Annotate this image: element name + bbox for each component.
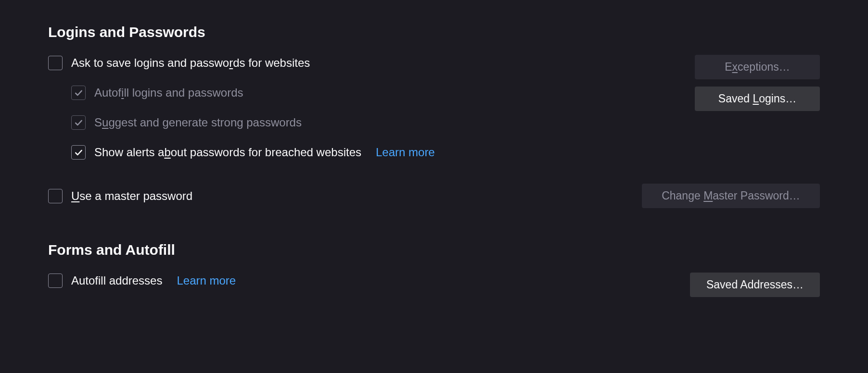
- logins-top-block: Ask to save logins and passwords for web…: [48, 55, 820, 174]
- option-breach-alerts: Show alerts about passwords for breached…: [48, 144, 695, 161]
- option-ask-save: Ask to save logins and passwords for web…: [48, 55, 695, 71]
- option-master-password: Use a master password: [48, 188, 192, 204]
- link-learn-more-breach[interactable]: Learn more: [376, 146, 435, 159]
- label-ask-save: Ask to save logins and passwords for web…: [71, 56, 310, 70]
- section-logins-passwords: Logins and Passwords Ask to save logins …: [48, 24, 820, 208]
- forms-top-block: Autofill addresses Learn more Saved Addr…: [48, 273, 820, 297]
- option-autofill-addresses: Autofill addresses Learn more: [48, 273, 236, 289]
- logins-heading: Logins and Passwords: [48, 24, 820, 40]
- checkbox-autofill-addresses[interactable]: [48, 274, 63, 288]
- saved-logins-button[interactable]: Saved Logins…: [695, 87, 820, 111]
- link-learn-more-autofill[interactable]: Learn more: [177, 274, 236, 287]
- forms-heading: Forms and Autofill: [48, 242, 820, 258]
- logins-buttons-col: Exceptions… Saved Logins…: [695, 55, 820, 111]
- checkbox-breach-alerts[interactable]: [71, 145, 86, 160]
- label-breach-alerts: Show alerts about passwords for breached…: [94, 146, 361, 159]
- checkbox-ask-save[interactable]: [48, 56, 63, 70]
- exceptions-button: Exceptions…: [695, 55, 820, 79]
- label-master-password: Use a master password: [71, 189, 192, 203]
- label-suggest-passwords: Suggest and generate strong passwords: [94, 116, 302, 129]
- checkbox-master-password[interactable]: [48, 189, 63, 203]
- label-autofill-logins: Autofill logins and passwords: [94, 86, 243, 99]
- option-master-password-row: Use a master password Change Master Pass…: [48, 184, 820, 208]
- label-autofill-addresses: Autofill addresses: [71, 274, 162, 287]
- check-icon: [74, 148, 83, 157]
- change-master-password-button: Change Master Password…: [642, 184, 820, 208]
- checkbox-autofill-logins: [71, 86, 86, 100]
- logins-left-col: Ask to save logins and passwords for web…: [48, 55, 695, 174]
- checkbox-suggest-passwords: [71, 115, 86, 130]
- section-forms-autofill: Forms and Autofill Autofill addresses Le…: [48, 242, 820, 297]
- check-icon: [74, 88, 83, 98]
- option-autofill-logins: Autofill logins and passwords: [48, 85, 695, 101]
- saved-addresses-button[interactable]: Saved Addresses…: [690, 273, 820, 297]
- check-icon: [74, 118, 83, 127]
- option-suggest-passwords: Suggest and generate strong passwords: [48, 114, 695, 131]
